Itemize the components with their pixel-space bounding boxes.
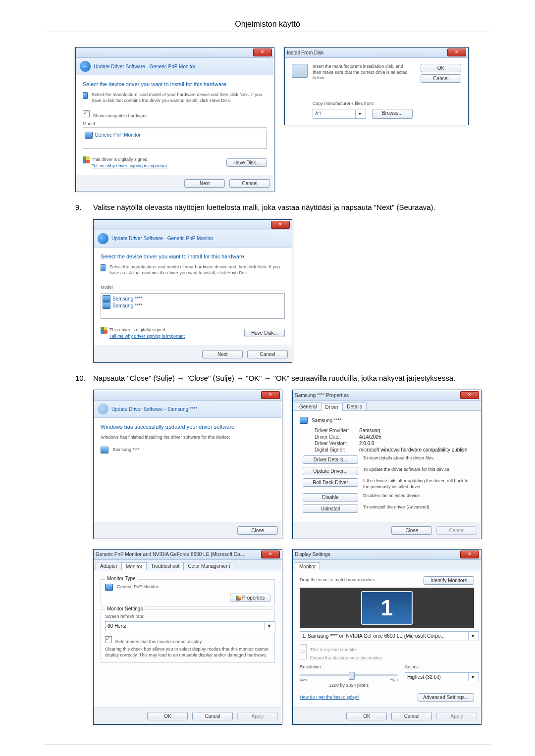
signed-text: This driver is digitally signed.	[109, 327, 166, 333]
signed-text: This driver is digitally signed.	[92, 157, 149, 163]
tab-color-management[interactable]: Color Management	[183, 562, 234, 570]
window-title: Install From Disk	[287, 50, 323, 55]
ok-button[interactable]: OK	[346, 712, 387, 720]
window-title: Samsung **** Properties	[295, 393, 349, 398]
tab-monitor[interactable]: Monitor	[295, 562, 320, 570]
titlebar: Display Settings ✕	[293, 550, 481, 560]
disk-icon	[292, 64, 308, 78]
refresh-label: Screen refresh rate:	[105, 614, 270, 620]
monitor-select[interactable]: 1. Samsung **** on NVIDIA GeForce 6600 L…	[300, 631, 479, 641]
advanced-settings-button[interactable]: Advanced Settings...	[418, 693, 474, 702]
rollback-button[interactable]: Roll Back Driver	[303, 478, 358, 487]
shield-icon	[236, 596, 241, 601]
tab-details[interactable]: Details	[342, 403, 367, 410]
path-input[interactable]: A:\ ▾	[313, 109, 366, 119]
titlebar: Install From Disk ✕	[285, 48, 468, 58]
tab-driver[interactable]: Driver	[321, 403, 343, 411]
model-list[interactable]: Generic PnP Monitor	[83, 130, 267, 149]
model-list[interactable]: Samsung **** Samsung ****	[101, 293, 285, 319]
cancel-button[interactable]: Cancel	[421, 74, 461, 83]
cancel-button[interactable]: Cancel	[391, 712, 432, 720]
uninstall-button[interactable]: Uninstall	[303, 504, 358, 513]
have-disk-button[interactable]: Have Disk...	[244, 329, 285, 337]
titlebar: Samsung **** Properties ✕	[293, 390, 481, 401]
page-title: Ohjelmiston käyttö	[45, 20, 490, 29]
cancel-button[interactable]: Cancel	[229, 179, 270, 188]
show-compatible-checkbox[interactable]	[83, 110, 90, 117]
close-icon[interactable]: ✕	[253, 49, 272, 56]
monitor-arrangement[interactable]: 1	[300, 588, 474, 628]
close-icon[interactable]: ✕	[460, 391, 479, 399]
monitor-icon	[85, 132, 93, 139]
monitor-icon	[103, 295, 110, 302]
signing-link[interactable]: Tell me why driver signing is important	[92, 163, 167, 169]
back-icon[interactable]: ←	[80, 61, 91, 72]
resolution-slider[interactable]	[300, 674, 398, 676]
tab-troubleshoot[interactable]: Troubleshoot	[146, 562, 184, 570]
close-icon[interactable]: ✕	[447, 49, 466, 56]
next-button[interactable]: Next	[184, 179, 225, 188]
window-adapter-monitor: Generic PnP Monitor and NVIDIA GeForce 6…	[93, 549, 282, 725]
chevron-down-icon[interactable]: ▾	[265, 622, 273, 630]
best-display-link[interactable]: How do I get the best display?	[300, 695, 360, 701]
driver-details-button[interactable]: Driver Details...	[303, 455, 358, 464]
properties-button[interactable]: Properties	[230, 594, 270, 602]
close-button[interactable]: Close	[237, 526, 278, 535]
ok-button[interactable]: OK	[147, 712, 188, 720]
model-header: Model	[101, 285, 285, 291]
titlebar: ✕	[94, 220, 292, 230]
tab-general[interactable]: General	[295, 403, 321, 410]
main-monitor-checkbox	[300, 644, 307, 651]
window-update-driver-1: ✕ ← Update Driver Software - Generic PnP…	[75, 47, 274, 192]
device-name: Samsung ****	[312, 418, 342, 423]
close-icon[interactable]: ✕	[261, 551, 280, 558]
close-button[interactable]: Close	[391, 526, 432, 535]
group-monitor-type: Monitor Type	[105, 576, 138, 581]
monitor-1-icon[interactable]: 1	[361, 591, 413, 625]
copy-from-label: Copy manufacturer's files from:	[313, 101, 413, 107]
next-button[interactable]: Next	[202, 350, 243, 358]
cancel-button[interactable]: Cancel	[247, 350, 288, 358]
tabs: Monitor	[293, 560, 481, 570]
hide-modes-checkbox[interactable]	[105, 636, 112, 643]
model-header: Model	[83, 121, 267, 128]
step-9: 9. Valitse näytöllä olevasta näyttöjen l…	[75, 202, 490, 213]
resolution-label: Resolution:	[300, 664, 398, 670]
chevron-down-icon[interactable]: ▾	[468, 673, 477, 681]
monitor-icon	[101, 264, 106, 271]
description: Select the manufacturer and model of you…	[109, 264, 285, 276]
close-icon[interactable]: ✕	[261, 391, 280, 399]
titlebar: ✕	[94, 390, 282, 401]
have-disk-button[interactable]: Have Disk...	[226, 158, 267, 167]
ok-button[interactable]: OK	[421, 64, 461, 72]
list-item: Samsung ****	[103, 295, 283, 302]
titlebar: Generic PnP Monitor and NVIDIA GeForce 6…	[94, 550, 282, 560]
hide-modes-label: Hide modes that this monitor cannot disp…	[115, 639, 202, 644]
close-icon[interactable]: ✕	[460, 551, 479, 558]
cancel-button: Cancel	[436, 526, 477, 535]
tabs: Adapter Monitor Troubleshoot Color Manag…	[94, 560, 282, 570]
chevron-down-icon[interactable]: ▾	[355, 110, 364, 118]
identify-button[interactable]: Identify Monitors	[424, 576, 474, 585]
close-icon[interactable]: ✕	[271, 221, 290, 229]
refresh-select[interactable]: 60 Hertz ▾	[105, 621, 275, 631]
browse-button[interactable]: Browse...	[372, 109, 413, 119]
signing-link[interactable]: Tell me why driver signing is important	[109, 334, 185, 340]
heading: Select the device driver you want to ins…	[83, 81, 267, 87]
tab-monitor[interactable]: Monitor	[121, 562, 147, 570]
cancel-button[interactable]: Cancel	[192, 712, 233, 720]
description: Windows has finished installing the driv…	[101, 435, 275, 441]
back-icon[interactable]: ←	[98, 233, 108, 244]
divider	[45, 32, 490, 32]
monitor-type-value: Generic PnP Monitor	[117, 584, 158, 590]
hide-modes-desc: Clearing this check box allows you to se…	[105, 647, 270, 658]
apply-button: Apply	[436, 712, 477, 720]
titlebar: ✕	[76, 48, 274, 58]
tab-adapter[interactable]: Adapter	[96, 562, 122, 570]
colors-label: Colors:	[405, 664, 474, 670]
disable-button[interactable]: Disable	[303, 493, 358, 502]
colors-select[interactable]: Highest (32 bit) ▾	[405, 672, 479, 682]
chevron-down-icon[interactable]: ▾	[468, 632, 477, 640]
update-driver-button[interactable]: Update Driver...	[303, 467, 358, 475]
breadcrumb-text: Update Driver Software - Generic PnP Mon…	[94, 64, 195, 69]
